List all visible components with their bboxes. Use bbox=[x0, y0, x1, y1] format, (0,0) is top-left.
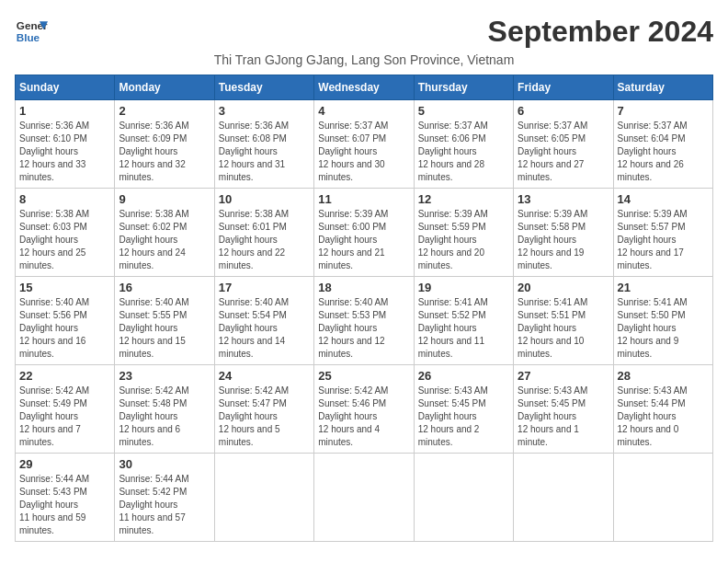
calendar-cell: 24 Sunrise: 5:42 AM Sunset: 5:47 PM Dayl… bbox=[214, 365, 313, 454]
day-number: 10 bbox=[219, 192, 310, 206]
day-number: 6 bbox=[518, 104, 609, 118]
calendar-cell: 13 Sunrise: 5:39 AM Sunset: 5:58 PM Dayl… bbox=[514, 189, 613, 277]
day-number: 14 bbox=[618, 192, 709, 206]
calendar-cell: 21 Sunrise: 5:41 AM Sunset: 5:50 PM Dayl… bbox=[613, 277, 712, 365]
day-number: 17 bbox=[219, 281, 310, 294]
calendar-cell: 8 Sunrise: 5:38 AM Sunset: 6:03 PM Dayli… bbox=[16, 189, 115, 277]
calendar-cell: 22 Sunrise: 5:42 AM Sunset: 5:49 PM Dayl… bbox=[16, 365, 115, 454]
calendar-cell: 23 Sunrise: 5:42 AM Sunset: 5:48 PM Dayl… bbox=[115, 365, 214, 454]
week-row-3: 15 Sunrise: 5:40 AM Sunset: 5:56 PM Dayl… bbox=[16, 277, 713, 365]
column-header-monday: Monday bbox=[115, 75, 214, 100]
day-number: 25 bbox=[318, 369, 409, 383]
calendar-cell: 11 Sunrise: 5:39 AM Sunset: 6:00 PM Dayl… bbox=[314, 189, 414, 277]
day-info: Sunrise: 5:37 AM Sunset: 6:06 PM Dayligh… bbox=[418, 120, 509, 184]
day-info: Sunrise: 5:40 AM Sunset: 5:54 PM Dayligh… bbox=[219, 296, 310, 361]
calendar-cell: 14 Sunrise: 5:39 AM Sunset: 5:57 PM Dayl… bbox=[613, 189, 712, 277]
day-number: 26 bbox=[418, 369, 509, 383]
calendar-cell: 4 Sunrise: 5:37 AM Sunset: 6:07 PM Dayli… bbox=[314, 100, 414, 189]
day-info: Sunrise: 5:41 AM Sunset: 5:52 PM Dayligh… bbox=[418, 296, 509, 361]
day-info: Sunrise: 5:44 AM Sunset: 5:43 PM Dayligh… bbox=[19, 473, 110, 537]
logo-icon: General Blue bbox=[15, 15, 48, 48]
day-number: 16 bbox=[119, 281, 210, 294]
day-number: 30 bbox=[119, 457, 210, 471]
day-info: Sunrise: 5:40 AM Sunset: 5:55 PM Dayligh… bbox=[119, 296, 210, 361]
calendar-cell: 30 Sunrise: 5:44 AM Sunset: 5:42 PM Dayl… bbox=[115, 454, 214, 542]
day-info: Sunrise: 5:40 AM Sunset: 5:53 PM Dayligh… bbox=[318, 296, 409, 361]
day-info: Sunrise: 5:39 AM Sunset: 5:57 PM Dayligh… bbox=[618, 208, 709, 272]
calendar-cell: 17 Sunrise: 5:40 AM Sunset: 5:54 PM Dayl… bbox=[214, 277, 313, 365]
day-info: Sunrise: 5:38 AM Sunset: 6:03 PM Dayligh… bbox=[19, 208, 110, 272]
column-header-thursday: Thursday bbox=[414, 75, 513, 100]
calendar-cell: 15 Sunrise: 5:40 AM Sunset: 5:56 PM Dayl… bbox=[16, 277, 115, 365]
calendar-cell: 7 Sunrise: 5:37 AM Sunset: 6:04 PM Dayli… bbox=[613, 100, 712, 189]
column-header-tuesday: Tuesday bbox=[214, 75, 313, 100]
calendar-cell: 5 Sunrise: 5:37 AM Sunset: 6:06 PM Dayli… bbox=[414, 100, 513, 189]
day-number: 2 bbox=[119, 104, 210, 118]
day-number: 27 bbox=[518, 369, 609, 383]
day-info: Sunrise: 5:42 AM Sunset: 5:48 PM Dayligh… bbox=[119, 385, 210, 449]
calendar-cell: 28 Sunrise: 5:43 AM Sunset: 5:44 PM Dayl… bbox=[613, 365, 712, 454]
day-info: Sunrise: 5:40 AM Sunset: 5:56 PM Dayligh… bbox=[19, 296, 110, 361]
day-info: Sunrise: 5:43 AM Sunset: 5:45 PM Dayligh… bbox=[418, 385, 509, 449]
calendar-cell: 26 Sunrise: 5:43 AM Sunset: 5:45 PM Dayl… bbox=[414, 365, 513, 454]
page-header: General Blue September 2024 bbox=[15, 15, 713, 49]
day-number: 20 bbox=[518, 281, 609, 294]
day-number: 13 bbox=[518, 192, 609, 206]
column-header-saturday: Saturday bbox=[613, 75, 712, 100]
location-subtitle: Thi Tran GJong GJang, Lang Son Province,… bbox=[15, 52, 713, 67]
day-number: 8 bbox=[19, 192, 110, 206]
week-row-2: 8 Sunrise: 5:38 AM Sunset: 6:03 PM Dayli… bbox=[16, 189, 713, 277]
month-title: September 2024 bbox=[488, 15, 713, 49]
day-number: 24 bbox=[219, 369, 310, 383]
day-number: 5 bbox=[418, 104, 509, 118]
calendar-cell: 19 Sunrise: 5:41 AM Sunset: 5:52 PM Dayl… bbox=[414, 277, 513, 365]
column-header-wednesday: Wednesday bbox=[314, 75, 414, 100]
day-info: Sunrise: 5:36 AM Sunset: 6:10 PM Dayligh… bbox=[19, 120, 110, 184]
day-number: 18 bbox=[318, 281, 409, 294]
day-number: 1 bbox=[19, 104, 110, 118]
day-info: Sunrise: 5:42 AM Sunset: 5:47 PM Dayligh… bbox=[219, 385, 310, 449]
day-number: 23 bbox=[119, 369, 210, 383]
day-number: 9 bbox=[119, 192, 210, 206]
day-number: 12 bbox=[418, 192, 509, 206]
day-info: Sunrise: 5:37 AM Sunset: 6:04 PM Dayligh… bbox=[618, 120, 709, 184]
day-info: Sunrise: 5:37 AM Sunset: 6:05 PM Dayligh… bbox=[518, 120, 609, 184]
week-row-5: 29 Sunrise: 5:44 AM Sunset: 5:43 PM Dayl… bbox=[16, 454, 713, 542]
calendar-cell bbox=[613, 454, 712, 542]
day-number: 29 bbox=[19, 457, 110, 471]
svg-text:Blue: Blue bbox=[17, 31, 40, 43]
calendar-cell: 3 Sunrise: 5:36 AM Sunset: 6:08 PM Dayli… bbox=[214, 100, 313, 189]
day-info: Sunrise: 5:36 AM Sunset: 6:08 PM Dayligh… bbox=[219, 120, 310, 184]
day-number: 19 bbox=[418, 281, 509, 294]
column-header-sunday: Sunday bbox=[16, 75, 115, 100]
calendar-cell bbox=[414, 454, 513, 542]
calendar-cell: 9 Sunrise: 5:38 AM Sunset: 6:02 PM Dayli… bbox=[115, 189, 214, 277]
day-number: 7 bbox=[618, 104, 709, 118]
calendar-cell: 10 Sunrise: 5:38 AM Sunset: 6:01 PM Dayl… bbox=[214, 189, 313, 277]
calendar-cell: 16 Sunrise: 5:40 AM Sunset: 5:55 PM Dayl… bbox=[115, 277, 214, 365]
calendar-cell: 6 Sunrise: 5:37 AM Sunset: 6:05 PM Dayli… bbox=[514, 100, 613, 189]
calendar-cell: 2 Sunrise: 5:36 AM Sunset: 6:09 PM Dayli… bbox=[115, 100, 214, 189]
day-number: 15 bbox=[19, 281, 110, 294]
column-header-friday: Friday bbox=[514, 75, 613, 100]
day-number: 22 bbox=[19, 369, 110, 383]
day-info: Sunrise: 5:41 AM Sunset: 5:50 PM Dayligh… bbox=[618, 296, 709, 361]
calendar-cell: 27 Sunrise: 5:43 AM Sunset: 5:45 PM Dayl… bbox=[514, 365, 613, 454]
calendar-cell bbox=[514, 454, 613, 542]
day-number: 11 bbox=[318, 192, 409, 206]
title-block: September 2024 bbox=[488, 15, 713, 49]
calendar-cell: 29 Sunrise: 5:44 AM Sunset: 5:43 PM Dayl… bbox=[16, 454, 115, 542]
calendar-cell: 18 Sunrise: 5:40 AM Sunset: 5:53 PM Dayl… bbox=[314, 277, 414, 365]
day-info: Sunrise: 5:44 AM Sunset: 5:42 PM Dayligh… bbox=[119, 473, 210, 537]
day-info: Sunrise: 5:36 AM Sunset: 6:09 PM Dayligh… bbox=[119, 120, 210, 184]
calendar-cell: 20 Sunrise: 5:41 AM Sunset: 5:51 PM Dayl… bbox=[514, 277, 613, 365]
day-info: Sunrise: 5:39 AM Sunset: 6:00 PM Dayligh… bbox=[318, 208, 409, 272]
day-info: Sunrise: 5:38 AM Sunset: 6:01 PM Dayligh… bbox=[219, 208, 310, 272]
day-number: 3 bbox=[219, 104, 310, 118]
calendar-cell: 1 Sunrise: 5:36 AM Sunset: 6:10 PM Dayli… bbox=[16, 100, 115, 189]
day-info: Sunrise: 5:37 AM Sunset: 6:07 PM Dayligh… bbox=[318, 120, 409, 184]
logo: General Blue bbox=[15, 15, 48, 48]
day-info: Sunrise: 5:43 AM Sunset: 5:44 PM Dayligh… bbox=[618, 385, 709, 449]
day-info: Sunrise: 5:42 AM Sunset: 5:49 PM Dayligh… bbox=[19, 385, 110, 449]
calendar-cell bbox=[314, 454, 414, 542]
